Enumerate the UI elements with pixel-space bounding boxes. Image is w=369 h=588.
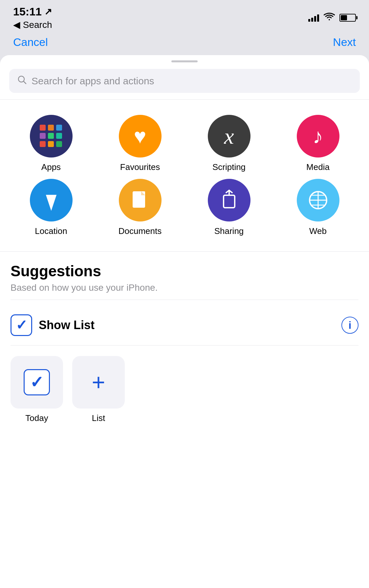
- svg-rect-6: [224, 195, 235, 208]
- scripting-label: Scripting: [212, 162, 246, 172]
- scripting-icon: x: [208, 115, 250, 158]
- location-arrow-icon: ↗: [44, 6, 52, 17]
- category-apps[interactable]: Apps: [7, 112, 96, 176]
- apps-label: Apps: [41, 162, 61, 172]
- show-list-checkbox[interactable]: ✓: [11, 314, 32, 336]
- category-sharing[interactable]: Sharing: [185, 176, 273, 240]
- favourites-icon: ♥: [119, 115, 162, 158]
- list-icon-box: +: [72, 356, 125, 409]
- back-label[interactable]: ◀ Search: [13, 19, 52, 30]
- search-placeholder: Search for apps and actions: [32, 75, 154, 87]
- battery-fill: [341, 15, 347, 20]
- show-list-label: Show List: [39, 318, 95, 332]
- suggestion-today[interactable]: ✓ Today: [11, 356, 63, 423]
- suggestions-section: Suggestions Based on how you use your iP…: [0, 252, 369, 305]
- script-x-icon: x: [224, 123, 234, 149]
- media-icon: ♪: [297, 115, 339, 158]
- location-label: Location: [35, 226, 67, 236]
- category-favourites[interactable]: ♥ Favourites: [96, 112, 185, 176]
- battery-icon: [339, 14, 356, 22]
- svg-rect-5: [141, 191, 145, 195]
- search-container: Search for apps and actions: [0, 62, 369, 99]
- list-label: List: [92, 413, 105, 423]
- nav-bar: Cancel Next: [0, 29, 369, 55]
- categories-grid: Apps ♥ Favourites x Scripting ♪ Media: [0, 100, 369, 251]
- category-scripting[interactable]: x Scripting: [185, 112, 273, 176]
- location-icon: [30, 179, 73, 221]
- wifi-icon: [324, 12, 335, 23]
- search-icon: [17, 75, 27, 87]
- signal-bar-2: [311, 18, 313, 22]
- apps-icon: [30, 115, 73, 158]
- signal-bar-4: [317, 14, 319, 22]
- heart-icon: ♥: [134, 124, 146, 148]
- suggestion-list[interactable]: + List: [72, 356, 125, 423]
- category-documents[interactable]: Documents: [96, 176, 185, 240]
- signal-icon: [308, 14, 319, 22]
- web-svg: [307, 189, 330, 212]
- search-bar[interactable]: Search for apps and actions: [9, 69, 360, 93]
- today-label: Today: [25, 413, 48, 423]
- web-label: Web: [309, 226, 327, 236]
- show-list-row[interactable]: ✓ Show List i: [0, 305, 369, 345]
- category-location[interactable]: Location: [7, 176, 96, 240]
- time-label: 15:11: [13, 5, 42, 18]
- modal-sheet: Search for apps and actions Apps: [0, 55, 369, 588]
- category-web[interactable]: Web: [273, 176, 362, 240]
- signal-bar-1: [308, 19, 310, 22]
- status-left: 15:11 ↗ ◀ Search: [13, 5, 52, 30]
- apps-grid-dots: [40, 125, 63, 148]
- suggestions-title: Suggestions: [11, 262, 358, 280]
- signal-bar-3: [314, 16, 316, 22]
- category-media[interactable]: ♪ Media: [273, 112, 362, 176]
- suggestions-subtitle: Based on how you use your iPhone.: [11, 283, 358, 293]
- svg-line-1: [24, 81, 26, 84]
- sharing-label: Sharing: [214, 226, 244, 236]
- svg-marker-2: [40, 189, 62, 211]
- info-icon: i: [349, 319, 352, 331]
- divider-3: [11, 300, 358, 300]
- status-time: 15:11 ↗: [13, 5, 52, 18]
- back-button[interactable]: ◀ Search: [13, 19, 52, 30]
- status-bar: 15:11 ↗ ◀ Search: [0, 0, 369, 29]
- plus-icon: +: [92, 371, 105, 394]
- show-list-left: ✓ Show List: [11, 314, 95, 336]
- checkbox-check-icon: ✓: [16, 318, 27, 332]
- today-icon-box: ✓: [11, 356, 63, 409]
- music-note-icon: ♪: [313, 124, 323, 148]
- info-button[interactable]: i: [341, 317, 358, 334]
- sharing-svg: [218, 189, 241, 212]
- web-icon: [297, 179, 339, 221]
- next-button[interactable]: Next: [333, 36, 356, 49]
- media-label: Media: [306, 162, 330, 172]
- documents-label: Documents: [119, 226, 162, 236]
- documents-icon: [119, 179, 162, 221]
- favourites-label: Favourites: [120, 162, 160, 172]
- suggestion-items: ✓ Today + List: [0, 346, 369, 434]
- cancel-button[interactable]: Cancel: [13, 36, 48, 49]
- sharing-icon: [208, 179, 250, 221]
- documents-svg: [129, 189, 152, 212]
- status-right: [308, 12, 356, 23]
- location-arrow-svg: [40, 189, 63, 212]
- today-checkbox: ✓: [24, 369, 50, 395]
- today-check-icon: ✓: [30, 373, 44, 392]
